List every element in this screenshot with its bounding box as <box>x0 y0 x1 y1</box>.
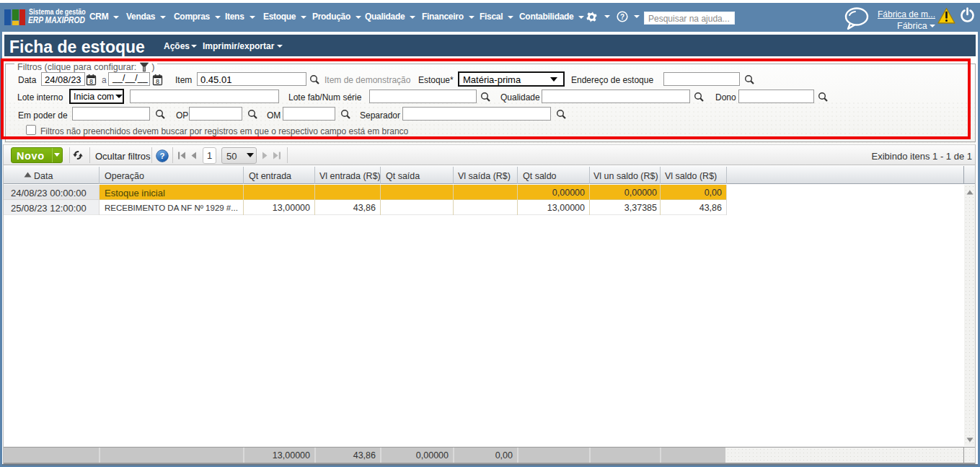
svg-text:?: ? <box>159 152 164 160</box>
svg-text:?: ? <box>620 13 624 21</box>
